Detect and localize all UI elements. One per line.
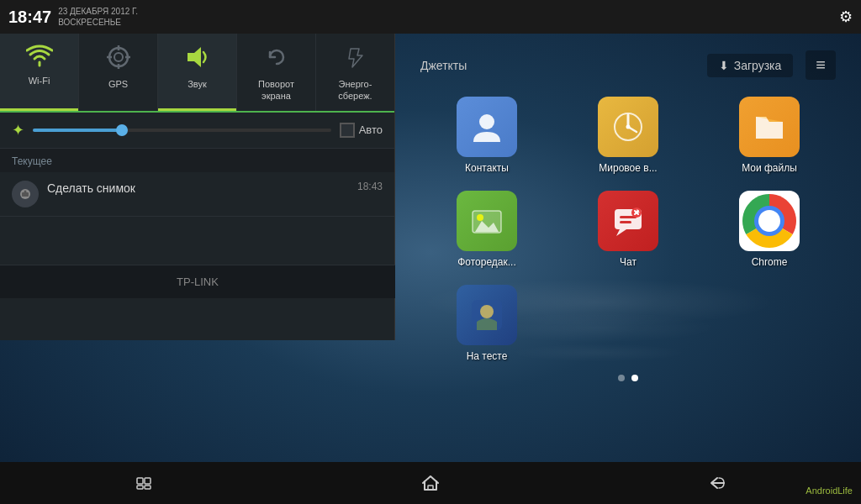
svg-rect-33 — [137, 486, 143, 489]
recent-apps-button[interactable] — [0, 462, 287, 504]
qs-sound-label: Звук — [188, 78, 207, 90]
rotate-icon — [263, 44, 290, 75]
brightness-icon: ✦ — [12, 121, 24, 139]
qs-rotate-label: Поворотэкрана — [258, 78, 294, 102]
download-icon: ⬇ — [719, 59, 729, 72]
app-contacts[interactable]: Контакты — [420, 97, 553, 174]
chat-icon: + — [598, 191, 658, 251]
app-world[interactable]: Мировое в... — [562, 97, 695, 174]
brand-text2: Life — [837, 486, 853, 496]
brightness-fill — [33, 129, 122, 132]
home-icon — [420, 473, 441, 493]
network-ssid: TP-LINK — [177, 276, 219, 288]
svg-rect-8 — [22, 192, 29, 197]
svg-point-0 — [109, 48, 128, 66]
page-dot-1[interactable] — [618, 375, 625, 381]
svg-point-10 — [479, 114, 494, 129]
quick-settings-bar: Wi-Fi GPS Звук — [0, 34, 394, 113]
notifications-area: Сделать снимок 18:43 — [0, 172, 394, 340]
qs-gps[interactable]: GPS — [79, 34, 158, 111]
branding: AndroidLife — [806, 486, 853, 496]
svg-rect-32 — [145, 478, 151, 484]
download-button[interactable]: ⬇ Загрузка — [707, 54, 794, 77]
notification-screenshot[interactable]: Сделать снимок 18:43 — [0, 172, 394, 217]
notification-app-icon — [12, 181, 39, 207]
gps-icon — [105, 44, 132, 75]
svg-marker-18 — [616, 229, 626, 236]
svg-point-30 — [480, 305, 494, 318]
svg-point-14 — [626, 125, 631, 129]
status-date: 23 ДЕКАБРЯ 2012 Г. ВОСКРЕСЕНЬЕ — [58, 6, 138, 28]
status-right: ⚙ — [839, 8, 853, 26]
svg-rect-31 — [137, 478, 143, 484]
status-bar: 18:47 23 ДЕКАБРЯ 2012 Г. ВОСКРЕСЕНЬЕ ⚙ — [0, 0, 861, 34]
recent-apps-icon — [134, 473, 154, 493]
chrome-label: Chrome — [752, 256, 788, 268]
menu-button[interactable]: ≡ — [806, 50, 836, 80]
svg-point-16 — [477, 214, 483, 221]
qs-power[interactable]: Энерго-сбереж. — [316, 34, 394, 111]
app-grid: Контакты Мировое в... Мои — [420, 97, 836, 362]
notification-content: Сделать снимок — [47, 181, 349, 196]
brightness-slider[interactable] — [33, 129, 331, 132]
app-chat[interactable]: + Чат — [562, 191, 695, 268]
app-files[interactable]: Мои файлы — [703, 97, 836, 174]
wifi-icon — [26, 44, 53, 71]
home-button[interactable] — [287, 462, 573, 504]
back-icon — [707, 473, 727, 493]
auto-checkbox[interactable] — [340, 123, 355, 138]
app-area: Джеткты ⬇ Загрузка ≡ Контакты — [395, 34, 861, 462]
page-dot-2[interactable] — [631, 375, 638, 381]
nav-bar: AndroidLife — [0, 462, 861, 504]
sound-icon — [184, 44, 211, 75]
app-game[interactable]: На тесте — [420, 285, 553, 362]
svg-rect-20 — [620, 221, 631, 223]
contacts-label: Контакты — [465, 162, 509, 174]
status-left: 18:47 23 ДЕКАБРЯ 2012 Г. ВОСКРЕСЕНЬЕ — [8, 6, 138, 28]
download-label: Загрузка — [734, 59, 782, 72]
files-label: Мои файлы — [742, 162, 797, 174]
game-icon — [457, 285, 517, 345]
app-chrome[interactable]: Chrome — [703, 191, 836, 268]
app-photo[interactable]: Фоторедак... — [420, 191, 553, 268]
qs-gps-label: GPS — [108, 78, 128, 90]
chrome-icon — [739, 191, 800, 251]
qs-sound[interactable]: Звук — [158, 34, 237, 111]
files-icon — [739, 97, 800, 157]
game-label: На тесте — [467, 350, 508, 362]
world-label: Мировое в... — [599, 162, 657, 174]
svg-marker-6 — [188, 47, 201, 67]
qs-power-label: Энерго-сбереж. — [338, 78, 372, 102]
settings-icon[interactable]: ⚙ — [839, 8, 853, 26]
notification-title: Сделать снимок — [47, 181, 135, 195]
svg-point-1 — [114, 53, 123, 61]
notification-time: 18:43 — [357, 181, 383, 192]
qs-wifi[interactable]: Wi-Fi — [0, 34, 79, 111]
photo-label: Фоторедак... — [457, 256, 516, 268]
world-icon — [598, 97, 658, 157]
app-topbar: Джеткты ⬇ Загрузка ≡ — [420, 50, 836, 80]
photo-icon — [457, 191, 517, 251]
auto-brightness-toggle[interactable]: Авто — [340, 123, 383, 138]
back-button[interactable] — [574, 462, 861, 504]
svg-text:+: + — [635, 207, 640, 217]
qs-wifi-label: Wi-Fi — [29, 75, 50, 87]
widgets-label: Джеткты — [420, 59, 695, 72]
current-section-label: Текущее — [0, 149, 394, 172]
svg-point-28 — [758, 210, 780, 232]
svg-rect-34 — [145, 486, 151, 489]
status-time: 18:47 — [8, 8, 51, 27]
menu-icon: ≡ — [816, 55, 826, 74]
qs-rotate[interactable]: Поворотэкрана — [237, 34, 316, 111]
chat-label: Чат — [620, 256, 637, 268]
page-indicator — [420, 375, 836, 381]
brightness-row: ✦ Авто — [0, 113, 394, 149]
svg-point-9 — [24, 190, 27, 192]
contacts-icon — [457, 97, 517, 157]
svg-rect-35 — [428, 486, 433, 490]
network-bar: TP-LINK — [0, 265, 395, 298]
notification-panel: Wi-Fi GPS Звук — [0, 34, 395, 340]
brand-text1: Android — [806, 486, 837, 496]
power-save-icon — [342, 44, 369, 75]
brightness-thumb[interactable] — [116, 124, 128, 136]
